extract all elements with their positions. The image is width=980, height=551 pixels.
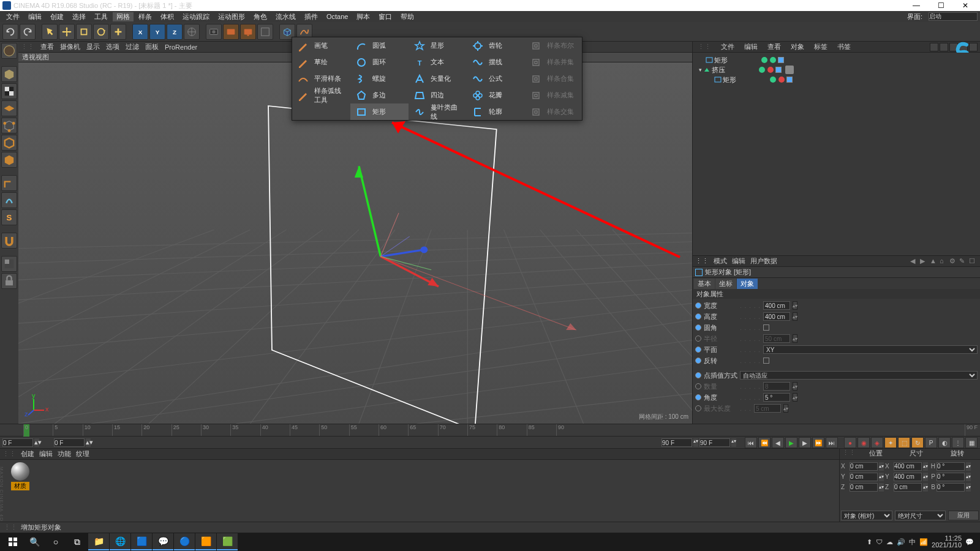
om-tab-file[interactable]: 文件	[718, 42, 737, 51]
attr-width-input[interactable]	[763, 301, 790, 310]
attr-reverse-check[interactable]	[763, 358, 769, 364]
menu-script[interactable]: 脚本	[353, 12, 374, 21]
menu-volume[interactable]: 体积	[157, 12, 178, 21]
attr-height-input[interactable]	[763, 312, 790, 321]
workplane-mode[interactable]	[1, 100, 17, 116]
z-axis-lock[interactable]: Z	[167, 24, 183, 40]
coord-system[interactable]	[184, 24, 200, 40]
popup-item-vect[interactable]: 矢量化	[409, 70, 467, 87]
popup-item-star[interactable]: 星形	[409, 37, 467, 54]
task-c4d[interactable]: 🔵	[174, 533, 195, 550]
om-tab-edit[interactable]: 编辑	[742, 42, 760, 51]
popup-item-b[interactable]: 样条布尔	[525, 37, 583, 54]
popup-item-pen[interactable]: 画笔	[292, 37, 350, 54]
popup-item-nside[interactable]: 多边	[350, 87, 409, 103]
popup-item-4side[interactable]: 四边	[409, 87, 467, 103]
task-browser[interactable]: 🌐	[110, 533, 130, 550]
tray-icon[interactable]: 🔊	[897, 538, 905, 546]
key-opts[interactable]: ⋮	[952, 437, 964, 448]
keyframe-button[interactable]: ◈	[871, 437, 883, 448]
goto-start[interactable]: ⏮	[745, 437, 757, 448]
menu-octane[interactable]: Octane	[323, 13, 352, 20]
popup-item-b[interactable]: 样条减集	[525, 87, 583, 103]
time-current-field[interactable]	[54, 438, 85, 447]
time-end2-field[interactable]	[699, 438, 730, 447]
menu-create[interactable]: 创建	[47, 12, 67, 21]
attr-plane-select[interactable]: XY	[763, 345, 978, 354]
layout-select[interactable]	[929, 12, 978, 21]
attr-round-check[interactable]	[763, 324, 769, 331]
mat-tab-tex[interactable]: 纹理	[76, 449, 89, 459]
popup-item-profile[interactable]: 轮廓	[467, 103, 525, 120]
menu-select[interactable]: 选择	[69, 12, 89, 21]
axis-mode[interactable]	[1, 175, 17, 191]
goto-end[interactable]: ⏭	[826, 437, 838, 448]
popup-item-helix[interactable]: 螺旋	[350, 70, 409, 87]
mat-tab-create[interactable]: 创建	[21, 449, 34, 459]
vp-menu-prorender[interactable]: ProRender	[165, 43, 197, 51]
om-tab-view[interactable]: 查看	[765, 42, 783, 51]
popup-item-b[interactable]: 样条合集	[525, 70, 583, 87]
poly-mode[interactable]	[1, 152, 17, 168]
material-preview[interactable]	[11, 462, 29, 481]
menu-mesh[interactable]: 网格	[113, 12, 134, 21]
task-app1[interactable]: 🟦	[131, 533, 152, 550]
tray-icon[interactable]: 🛡	[876, 538, 883, 545]
vp-menu-panel[interactable]: 面板	[145, 42, 159, 51]
record-button[interactable]: ●	[844, 437, 856, 448]
key-pos[interactable]: ✦	[884, 437, 897, 448]
x-axis-lock[interactable]: X	[132, 24, 148, 40]
om-nav-icons[interactable]	[930, 43, 978, 51]
prev-key[interactable]: ⏪	[758, 437, 771, 448]
menu-tracker[interactable]: 运动跟踪	[179, 12, 213, 21]
attr-tab-object[interactable]: 对象	[737, 279, 758, 289]
time-start-field[interactable]	[2, 438, 33, 447]
timeline-ruler[interactable]: 05101520253035404550556065707580859090 F	[0, 424, 980, 437]
task-app2[interactable]: 🟧	[195, 533, 216, 550]
key-rot[interactable]: ↻	[911, 437, 924, 448]
make-editable[interactable]	[1, 43, 17, 59]
key-param[interactable]: P	[925, 437, 937, 448]
cortana-button[interactable]: ○	[45, 533, 66, 550]
object-row[interactable]: ▾挤压	[694, 65, 979, 75]
viewsolo-button[interactable]	[1, 256, 17, 272]
popup-item-ciss[interactable]: 蔓叶类曲线	[409, 103, 467, 120]
snap-button[interactable]: S	[1, 209, 17, 225]
om-tab-objects[interactable]: 对象	[788, 42, 807, 51]
key-scale[interactable]: ⬚	[898, 437, 910, 448]
mat-tab-func[interactable]: 功能	[58, 449, 71, 459]
autokey-button[interactable]: ◉	[858, 437, 870, 448]
mat-tab-edit[interactable]: 编辑	[39, 449, 53, 459]
search-button[interactable]: 🔍	[24, 533, 45, 550]
attr-angle-input[interactable]	[763, 393, 790, 402]
system-tray[interactable]: ⬆ 🛡 ☁ 🔊 中 📶 11:25 2021/1/10 💬	[867, 535, 978, 549]
vp-menu-display[interactable]: 显示	[86, 42, 100, 51]
scale-tool[interactable]	[76, 24, 92, 40]
model-mode[interactable]	[1, 66, 17, 82]
menu-tools[interactable]: 工具	[91, 12, 111, 21]
menu-spline[interactable]: 样条	[135, 12, 156, 21]
key-pla[interactable]: ◐	[938, 437, 951, 448]
y-axis-lock[interactable]: Y	[149, 24, 165, 40]
select-tool[interactable]	[42, 24, 58, 40]
vp-menu-filter[interactable]: 过滤	[126, 42, 139, 51]
popup-item-arc[interactable]: 样条弧线工具	[292, 87, 350, 103]
popup-item-sketch[interactable]: 草绘	[292, 54, 350, 70]
next-frame[interactable]: ▶	[799, 437, 811, 448]
attr-tab-coord[interactable]: 坐标	[715, 279, 736, 289]
texture-mode[interactable]	[1, 83, 17, 99]
popup-item-smooth[interactable]: 平滑样条	[292, 70, 350, 87]
popup-item-text[interactable]: T文本	[409, 54, 467, 70]
am-tab-mode[interactable]: 模式	[714, 257, 727, 266]
tray-icon[interactable]: ☁	[886, 538, 893, 546]
vp-menu-view[interactable]: 查看	[40, 42, 54, 51]
move-tool[interactable]	[59, 24, 75, 40]
popup-item-arcc[interactable]: 圆弧	[350, 37, 409, 54]
task-app3[interactable]: 🟩	[217, 533, 238, 550]
om-tab-tags[interactable]: 标签	[812, 42, 830, 51]
undo-button[interactable]	[2, 24, 18, 40]
taskview-button[interactable]: ⧉	[67, 533, 88, 550]
task-wechat[interactable]: 💬	[153, 533, 173, 550]
am-tab-edit[interactable]: 编辑	[732, 257, 745, 266]
menu-character[interactable]: 角色	[250, 12, 271, 21]
